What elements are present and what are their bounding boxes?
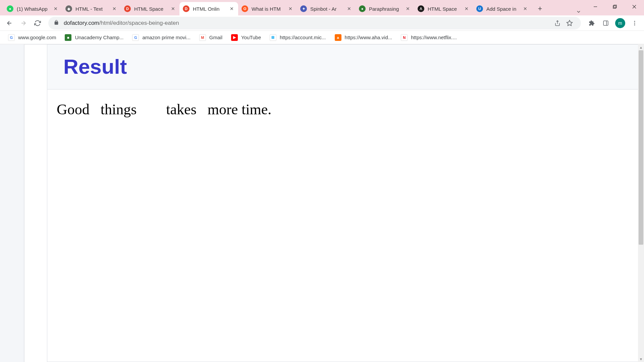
paraphrase-icon: ● (359, 5, 366, 12)
tab-title: (1) WhatsApp (17, 6, 53, 12)
minimize-button[interactable] (586, 0, 605, 13)
vertical-scrollbar[interactable]: ▲ ▼ (638, 44, 644, 362)
close-icon[interactable]: ✕ (464, 6, 470, 12)
tab-whatsapp[interactable]: ● (1) WhatsApp ✕ (3, 2, 62, 15)
lock-icon (54, 20, 59, 26)
share-icon[interactable] (551, 17, 564, 29)
address-bar[interactable]: dofactory.com/html/editor/spaces-being-e… (48, 17, 581, 29)
bookmarks-bar: G www.google.com ■ Unacademy Champ... G … (0, 31, 644, 44)
new-tab-button[interactable]: + (534, 3, 546, 14)
svg-marker-5 (567, 20, 573, 25)
menu-icon[interactable] (629, 17, 641, 29)
bookmark-label: www.google.com (18, 35, 56, 40)
bookmark-label: YouTube (241, 35, 261, 40)
bookmark-aha[interactable]: a https://www.aha.vid... (331, 32, 396, 43)
unacademy-icon: ■ (65, 34, 71, 41)
maximize-button[interactable] (605, 0, 625, 13)
editor-panel-edge (24, 44, 47, 362)
tab-html-online[interactable]: D HTML Onlin ✕ (179, 2, 238, 15)
bookmark-label: Gmail (209, 35, 222, 40)
close-icon[interactable]: ✕ (346, 6, 352, 12)
site-icon: ◈ (65, 5, 72, 12)
bookmark-label: https://account.mic... (280, 35, 326, 40)
bookmark-unacademy[interactable]: ■ Unacademy Champ... (61, 32, 127, 43)
whatsapp-icon: ● (7, 5, 13, 12)
tab-html-text[interactable]: ◈ HTML - Text ✕ (62, 2, 121, 15)
tab-spinbot[interactable]: ✦ Spinbot - Ar ✕ (297, 2, 356, 15)
aha-icon: a (335, 34, 341, 41)
gmail-icon: M (199, 34, 206, 41)
scrollbar-thumb[interactable] (639, 50, 643, 245)
tab-title: What is HTM (252, 6, 287, 12)
netflix-icon: N (401, 34, 408, 41)
opera-icon: O (241, 5, 248, 12)
tab-title: HTML Space (134, 6, 170, 12)
bookmark-label: https://www.netflix.... (411, 35, 457, 40)
dofactory-icon: D (183, 5, 190, 12)
profile-avatar[interactable]: m (615, 18, 625, 28)
tab-title: HTML Onlin (193, 6, 229, 12)
bookmark-youtube[interactable]: ▶ YouTube (228, 32, 264, 43)
tab-title: Add Space in (486, 6, 522, 12)
svg-rect-6 (603, 21, 608, 25)
editor-left-rail (0, 44, 24, 362)
browser-toolbar: dofactory.com/html/editor/spaces-being-e… (0, 15, 644, 31)
close-icon[interactable]: ✕ (111, 6, 117, 12)
spinbot-icon: ✦ (300, 5, 307, 12)
svg-rect-2 (614, 5, 616, 8)
bookmark-microsoft[interactable]: ⊞ https://account.mic... (266, 32, 329, 43)
bookmark-label: https://www.aha.vid... (345, 35, 392, 40)
site-icon: U (476, 5, 483, 12)
result-heading: Result (63, 55, 624, 78)
tab-html-space-1[interactable]: D HTML Space ✕ (121, 2, 179, 15)
scroll-up-arrow[interactable]: ▲ (638, 44, 644, 50)
reload-button[interactable] (32, 17, 44, 29)
google-icon: G (132, 34, 139, 41)
svg-point-8 (634, 21, 635, 22)
bookmark-google[interactable]: G www.google.com (5, 32, 59, 43)
close-icon[interactable]: ✕ (53, 6, 59, 12)
tab-add-space[interactable]: U Add Space in ✕ (473, 2, 532, 15)
svg-point-10 (634, 24, 635, 25)
bookmark-label: amazon prime movi... (142, 35, 190, 40)
result-header: Result (47, 45, 640, 89)
forward-button[interactable] (17, 17, 30, 29)
svg-point-9 (634, 22, 635, 23)
result-panel: Result Good things takes more time. (47, 44, 640, 362)
scroll-down-arrow[interactable]: ▼ (638, 356, 644, 362)
close-icon[interactable]: ✕ (405, 6, 411, 12)
close-icon[interactable]: ✕ (287, 6, 293, 12)
tab-title: Paraphrasing (369, 6, 405, 12)
side-panel-icon[interactable] (600, 17, 612, 29)
dofactory-icon: D (124, 5, 131, 12)
tab-title: Spinbot - Ar (310, 6, 346, 12)
microsoft-icon: ⊞ (270, 34, 276, 41)
bookmark-amazon-prime[interactable]: G amazon prime movi... (129, 32, 194, 43)
svg-rect-1 (613, 6, 616, 8)
tab-title: HTML Space (428, 6, 464, 12)
bookmark-label: Unacademy Champ... (75, 35, 123, 40)
site-icon: Λ (418, 5, 424, 12)
youtube-icon: ▶ (231, 34, 238, 41)
profile-initial: m (618, 20, 622, 26)
tab-what-is-html[interactable]: O What is HTM ✕ (238, 2, 297, 15)
bookmark-gmail[interactable]: M Gmail (196, 32, 226, 43)
close-icon[interactable]: ✕ (170, 6, 176, 12)
bookmark-star-icon[interactable] (564, 17, 576, 29)
tab-strip: ● (1) WhatsApp ✕ ◈ HTML - Text ✕ D HTML … (0, 0, 644, 15)
tab-paraphrasing[interactable]: ● Paraphrasing ✕ (356, 2, 414, 15)
google-icon: G (8, 34, 15, 41)
tab-title: HTML - Text (75, 6, 111, 12)
page-content: Result Good things takes more time. (0, 44, 644, 362)
url-text: dofactory.com/html/editor/spaces-being-e… (64, 20, 551, 26)
window-controls (586, 0, 644, 13)
close-icon[interactable]: ✕ (522, 6, 528, 12)
close-window-button[interactable] (625, 0, 644, 13)
bookmark-netflix[interactable]: N https://www.netflix.... (397, 32, 460, 43)
extensions-icon[interactable] (586, 17, 598, 29)
result-output-text: Good things takes more time. (47, 89, 640, 129)
tab-search-button[interactable] (572, 9, 585, 14)
close-icon[interactable]: ✕ (229, 6, 235, 12)
tab-html-space-2[interactable]: Λ HTML Space ✕ (414, 2, 473, 15)
back-button[interactable] (3, 17, 15, 29)
